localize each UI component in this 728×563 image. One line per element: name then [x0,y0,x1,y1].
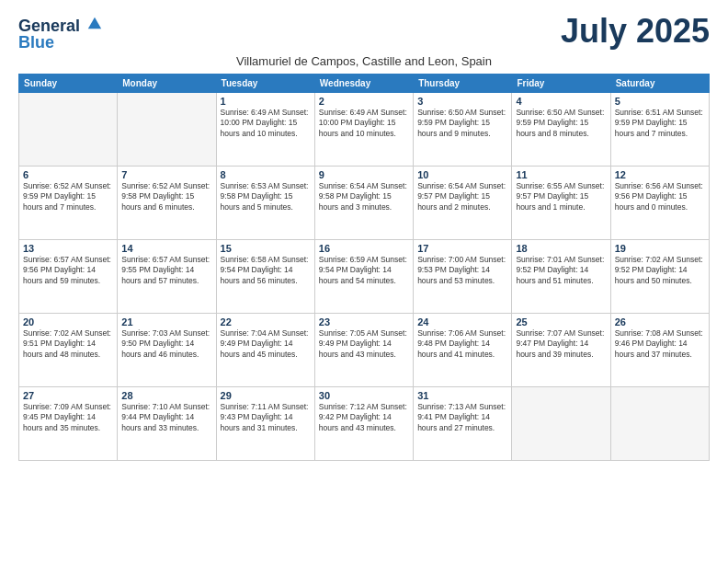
day-info: Sunrise: 6:59 AM Sunset: 9:54 PM Dayligh… [319,255,409,286]
calendar-day: 5Sunrise: 6:51 AM Sunset: 9:59 PM Daylig… [610,93,709,167]
day-number: 4 [516,96,606,107]
logo-general: General [18,15,103,34]
calendar-day: 18Sunrise: 7:01 AM Sunset: 9:52 PM Dayli… [512,240,610,314]
day-number: 6 [23,169,113,180]
header-wednesday: Wednesday [314,75,413,93]
calendar-day: 23Sunrise: 7:05 AM Sunset: 9:49 PM Dayli… [314,314,413,387]
day-info: Sunrise: 6:58 AM Sunset: 9:54 PM Dayligh… [221,255,311,286]
day-number: 19 [615,243,705,254]
calendar-day: 2Sunrise: 6:49 AM Sunset: 10:00 PM Dayli… [314,93,413,167]
day-info: Sunrise: 6:52 AM Sunset: 9:59 PM Dayligh… [23,181,113,213]
day-number: 24 [417,316,507,327]
calendar-day [19,93,118,167]
logo-blue: Blue [18,34,54,51]
day-number: 22 [221,316,311,327]
logo: General Blue [18,15,103,51]
day-number: 8 [221,169,311,180]
day-info: Sunrise: 6:54 AM Sunset: 9:57 PM Dayligh… [417,181,507,213]
calendar-day: 22Sunrise: 7:04 AM Sunset: 9:49 PM Dayli… [216,314,314,387]
calendar-week-row: 1Sunrise: 6:49 AM Sunset: 10:00 PM Dayli… [19,93,710,167]
day-number: 5 [615,96,705,107]
day-number: 28 [121,390,211,401]
day-number: 21 [121,316,211,327]
calendar-day: 15Sunrise: 6:58 AM Sunset: 9:54 PM Dayli… [216,240,314,314]
calendar-day: 13Sunrise: 6:57 AM Sunset: 9:56 PM Dayli… [19,240,118,314]
day-info: Sunrise: 7:12 AM Sunset: 9:42 PM Dayligh… [319,402,409,433]
calendar-day: 26Sunrise: 7:08 AM Sunset: 9:46 PM Dayli… [610,314,709,387]
day-number: 1 [221,96,311,107]
day-info: Sunrise: 7:10 AM Sunset: 9:44 PM Dayligh… [121,402,211,433]
day-info: Sunrise: 7:02 AM Sunset: 9:52 PM Dayligh… [615,255,705,286]
day-number: 10 [417,169,507,180]
day-info: Sunrise: 7:00 AM Sunset: 9:53 PM Dayligh… [417,255,507,286]
day-info: Sunrise: 7:09 AM Sunset: 9:45 PM Dayligh… [23,402,113,433]
header-friday: Friday [512,75,610,93]
day-number: 17 [417,243,507,254]
calendar-day: 20Sunrise: 7:02 AM Sunset: 9:51 PM Dayli… [19,314,118,387]
calendar-day: 25Sunrise: 7:07 AM Sunset: 9:47 PM Dayli… [512,314,610,387]
day-info: Sunrise: 6:57 AM Sunset: 9:56 PM Dayligh… [23,255,113,286]
day-info: Sunrise: 6:56 AM Sunset: 9:56 PM Dayligh… [615,181,705,213]
day-number: 2 [319,96,409,107]
day-info: Sunrise: 6:53 AM Sunset: 9:58 PM Dayligh… [221,181,311,213]
day-info: Sunrise: 7:04 AM Sunset: 9:49 PM Dayligh… [221,328,311,360]
day-info: Sunrise: 7:07 AM Sunset: 9:47 PM Dayligh… [516,328,606,360]
location-title: Villamuriel de Campos, Castille and Leon… [18,54,710,68]
calendar-day: 17Sunrise: 7:00 AM Sunset: 9:53 PM Dayli… [414,240,512,314]
day-number: 11 [516,169,606,180]
day-number: 23 [319,316,409,327]
day-number: 18 [516,243,606,254]
weekday-header-row: Sunday Monday Tuesday Wednesday Thursday… [19,75,710,93]
day-info: Sunrise: 7:01 AM Sunset: 9:52 PM Dayligh… [516,255,606,286]
calendar-week-row: 13Sunrise: 6:57 AM Sunset: 9:56 PM Dayli… [19,240,710,314]
day-number: 12 [615,169,705,180]
calendar-table: Sunday Monday Tuesday Wednesday Thursday… [18,74,710,461]
day-number: 16 [319,243,409,254]
calendar-week-row: 27Sunrise: 7:09 AM Sunset: 9:45 PM Dayli… [19,387,710,461]
calendar-day [610,387,709,461]
calendar-day: 19Sunrise: 7:02 AM Sunset: 9:52 PM Dayli… [610,240,709,314]
header-sunday: Sunday [19,75,118,93]
day-number: 31 [417,390,507,401]
day-info: Sunrise: 7:13 AM Sunset: 9:41 PM Dayligh… [417,402,507,433]
day-info: Sunrise: 7:05 AM Sunset: 9:49 PM Dayligh… [319,328,409,360]
day-info: Sunrise: 6:49 AM Sunset: 10:00 PM Daylig… [319,108,409,139]
header-saturday: Saturday [610,75,709,93]
day-info: Sunrise: 6:54 AM Sunset: 9:58 PM Dayligh… [319,181,409,213]
calendar-day: 24Sunrise: 7:06 AM Sunset: 9:48 PM Dayli… [414,314,512,387]
calendar-day: 30Sunrise: 7:12 AM Sunset: 9:42 PM Dayli… [314,387,413,461]
svg-marker-0 [88,17,101,29]
calendar-day: 29Sunrise: 7:11 AM Sunset: 9:43 PM Dayli… [216,387,314,461]
day-info: Sunrise: 6:49 AM Sunset: 10:00 PM Daylig… [221,108,311,139]
day-info: Sunrise: 6:51 AM Sunset: 9:59 PM Dayligh… [615,108,705,139]
header-thursday: Thursday [414,75,512,93]
day-info: Sunrise: 7:02 AM Sunset: 9:51 PM Dayligh… [23,328,113,360]
month-title: July 2025 [561,15,710,48]
day-number: 26 [615,316,705,327]
day-number: 20 [23,316,113,327]
day-info: Sunrise: 6:55 AM Sunset: 9:57 PM Dayligh… [516,181,606,213]
calendar-day: 9Sunrise: 6:54 AM Sunset: 9:58 PM Daylig… [314,167,413,240]
calendar-day: 10Sunrise: 6:54 AM Sunset: 9:57 PM Dayli… [414,167,512,240]
calendar-day [512,387,610,461]
calendar-day: 16Sunrise: 6:59 AM Sunset: 9:54 PM Dayli… [314,240,413,314]
calendar-day: 31Sunrise: 7:13 AM Sunset: 9:41 PM Dayli… [414,387,512,461]
calendar-day: 1Sunrise: 6:49 AM Sunset: 10:00 PM Dayli… [216,93,314,167]
calendar-day: 28Sunrise: 7:10 AM Sunset: 9:44 PM Dayli… [118,387,216,461]
calendar-day: 27Sunrise: 7:09 AM Sunset: 9:45 PM Dayli… [19,387,118,461]
calendar-page: General Blue July 2025 Villamuriel de Ca… [0,0,728,563]
calendar-day: 11Sunrise: 6:55 AM Sunset: 9:57 PM Dayli… [512,167,610,240]
day-info: Sunrise: 6:50 AM Sunset: 9:59 PM Dayligh… [516,108,606,139]
day-info: Sunrise: 7:03 AM Sunset: 9:50 PM Dayligh… [121,328,211,360]
day-number: 13 [23,243,113,254]
day-number: 15 [221,243,311,254]
header: General Blue July 2025 [18,15,710,51]
day-number: 14 [121,243,211,254]
calendar-day: 3Sunrise: 6:50 AM Sunset: 9:59 PM Daylig… [414,93,512,167]
calendar-day: 6Sunrise: 6:52 AM Sunset: 9:59 PM Daylig… [19,167,118,240]
day-info: Sunrise: 6:52 AM Sunset: 9:58 PM Dayligh… [121,181,211,213]
header-monday: Monday [118,75,216,93]
day-info: Sunrise: 6:50 AM Sunset: 9:59 PM Dayligh… [417,108,507,139]
calendar-day: 12Sunrise: 6:56 AM Sunset: 9:56 PM Dayli… [610,167,709,240]
calendar-day [118,93,216,167]
